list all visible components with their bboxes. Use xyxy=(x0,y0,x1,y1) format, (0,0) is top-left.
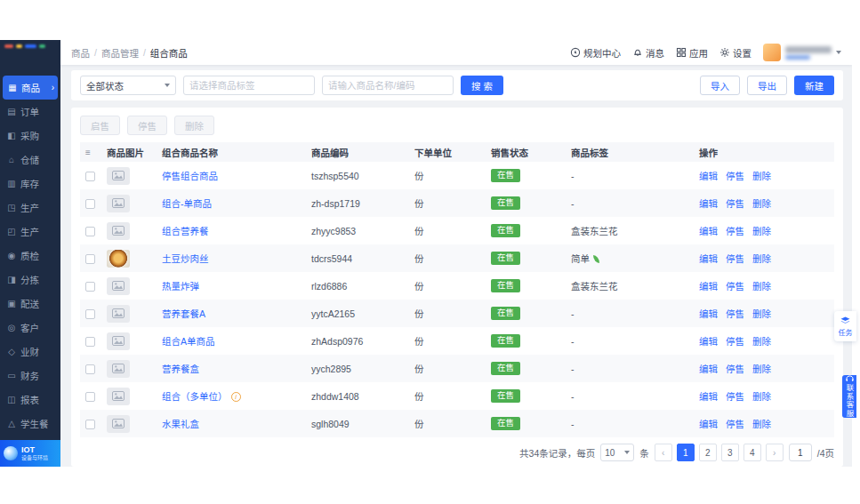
row-action-edit[interactable]: 编辑 xyxy=(699,226,718,236)
row-action-delete[interactable]: 删除 xyxy=(752,336,771,347)
row-action-delete[interactable]: 删除 xyxy=(752,226,771,236)
user-menu[interactable] xyxy=(763,44,841,61)
sidebar-item-production[interactable]: ◳生产 xyxy=(0,196,60,220)
product-name-link[interactable]: 热量炸弹 xyxy=(162,281,199,292)
product-name-link[interactable]: 组合（多单位） xyxy=(162,391,228,402)
planning-center-button[interactable]: 规划中心 xyxy=(570,46,621,60)
table-row: 组合A单商品zhAdsp0976份在售-编辑停售删除 xyxy=(80,327,834,355)
row-checkbox[interactable] xyxy=(85,364,95,374)
product-name-link[interactable]: 营养套餐A xyxy=(162,308,205,319)
contact-support-button[interactable]: 联系客服 xyxy=(842,375,856,418)
breadcrumb-item[interactable]: 组合商品 xyxy=(150,46,188,60)
pagination-page-2[interactable]: 2 xyxy=(699,444,717,461)
row-action-delete[interactable]: 删除 xyxy=(752,419,771,429)
row-checkbox[interactable] xyxy=(85,420,95,429)
row-checkbox[interactable] xyxy=(85,392,95,402)
sidebar-item-warehouse[interactable]: ⌂仓储 xyxy=(0,148,60,172)
export-button[interactable]: 导出 xyxy=(747,76,787,95)
sidebar-item-inventory[interactable]: ▥库存 xyxy=(0,172,60,196)
sidebar-item-production-2[interactable]: ◰生产 xyxy=(0,220,60,244)
row-checkbox[interactable] xyxy=(85,172,95,181)
pagination-page-4[interactable]: 4 xyxy=(743,444,761,461)
product-name-link[interactable]: 组合营养餐 xyxy=(162,226,209,236)
row-action-edit[interactable]: 编辑 xyxy=(699,308,718,319)
search-button[interactable]: 搜 索 xyxy=(461,76,503,95)
pagination-page-1[interactable]: 1 xyxy=(677,444,695,461)
sidebar-item-finance[interactable]: ▭财务 xyxy=(0,364,60,388)
sidebar-item-business-finance[interactable]: ◇业财 xyxy=(0,340,60,364)
keyword-search-input[interactable] xyxy=(322,76,454,95)
user-name-blur xyxy=(785,46,832,53)
sidebar-item-sorting[interactable]: ◨分拣 xyxy=(0,268,60,292)
row-action-edit[interactable]: 编辑 xyxy=(699,419,718,429)
row-checkbox[interactable] xyxy=(85,337,95,347)
table-settings-icon[interactable]: ≡ xyxy=(85,148,91,157)
sidebar-item-reports[interactable]: ◫报表 xyxy=(0,388,60,412)
row-action-stop-sale[interactable]: 停售 xyxy=(726,364,744,374)
sidebar-item-orders[interactable]: ▤订单 xyxy=(0,100,60,124)
row-action-stop-sale[interactable]: 停售 xyxy=(726,281,744,292)
row-checkbox[interactable] xyxy=(85,309,95,319)
bulk-stop-sale-button[interactable]: 停售 xyxy=(127,116,167,135)
row-checkbox[interactable] xyxy=(85,199,95,209)
logo-mark-green xyxy=(39,44,45,48)
row-action-stop-sale[interactable]: 停售 xyxy=(726,226,744,236)
row-action-delete[interactable]: 删除 xyxy=(752,391,771,402)
settings-button[interactable]: 设置 xyxy=(719,46,751,60)
sidebar-item-goods[interactable]: ▦商品› xyxy=(3,76,58,100)
messages-button[interactable]: 消息 xyxy=(632,46,664,60)
row-action-edit[interactable]: 编辑 xyxy=(699,336,718,347)
page-size-select[interactable]: 10 xyxy=(600,444,634,461)
cell-status: 在售 xyxy=(486,382,566,410)
sidebar-item-delivery[interactable]: ▣配送 xyxy=(0,292,60,316)
row-action-stop-sale[interactable]: 停售 xyxy=(726,253,744,264)
row-action-delete[interactable]: 删除 xyxy=(752,308,771,319)
product-name-link[interactable]: 水果礼盒 xyxy=(162,419,199,429)
row-action-delete[interactable]: 删除 xyxy=(752,171,771,181)
sidebar-item-quality[interactable]: ◉质检 xyxy=(0,244,60,268)
row-action-edit[interactable]: 编辑 xyxy=(699,281,718,292)
breadcrumb-item[interactable]: 商品管理 xyxy=(101,46,139,60)
row-action-delete[interactable]: 删除 xyxy=(752,198,771,209)
status-select[interactable]: 全部状态 xyxy=(80,76,176,95)
sidebar-item-purchase[interactable]: ◧采购 xyxy=(0,124,60,148)
row-action-stop-sale[interactable]: 停售 xyxy=(726,308,744,319)
row-action-delete[interactable]: 删除 xyxy=(752,253,771,264)
row-action-stop-sale[interactable]: 停售 xyxy=(726,336,744,347)
breadcrumb-item[interactable]: 商品 xyxy=(71,46,90,60)
row-action-stop-sale[interactable]: 停售 xyxy=(726,391,744,402)
bulk-enable-sale-button[interactable]: 启售 xyxy=(80,116,120,135)
pagination-page-3[interactable]: 3 xyxy=(721,444,739,461)
pagination-next-button[interactable]: › xyxy=(766,444,784,461)
layers-icon xyxy=(840,316,850,325)
tag-filter-input[interactable] xyxy=(183,76,315,95)
product-name-link[interactable]: 停售组合商品 xyxy=(162,171,218,181)
row-action-stop-sale[interactable]: 停售 xyxy=(726,171,744,181)
row-action-edit[interactable]: 编辑 xyxy=(699,391,718,402)
product-name-link[interactable]: 营养餐盒 xyxy=(162,364,199,374)
row-checkbox[interactable] xyxy=(85,282,95,292)
row-action-stop-sale[interactable]: 停售 xyxy=(726,198,744,209)
row-action-delete[interactable]: 删除 xyxy=(752,364,771,374)
row-checkbox[interactable] xyxy=(85,254,95,264)
product-name-link[interactable]: 组合-单商品 xyxy=(162,198,212,209)
row-checkbox[interactable] xyxy=(85,227,95,236)
sidebar-item-student-meal[interactable]: △学生餐 xyxy=(0,412,60,436)
row-action-stop-sale[interactable]: 停售 xyxy=(726,419,744,429)
create-button[interactable]: 新建 xyxy=(794,76,834,95)
row-action-edit[interactable]: 编辑 xyxy=(699,171,718,181)
row-action-edit[interactable]: 编辑 xyxy=(699,198,718,209)
task-panel-button[interactable]: 任务 xyxy=(834,311,856,341)
apps-button[interactable]: 应用 xyxy=(676,46,708,60)
product-name-link[interactable]: 组合A单商品 xyxy=(162,336,215,347)
row-action-delete[interactable]: 删除 xyxy=(752,281,771,292)
product-name-link[interactable]: 土豆炒肉丝 xyxy=(162,253,209,264)
row-action-edit[interactable]: 编辑 xyxy=(699,253,718,264)
pagination-prev-button[interactable]: ‹ xyxy=(655,444,672,461)
table-row: 组合（多单位）izhddw1408份在售-编辑停售删除 xyxy=(80,382,834,410)
bulk-delete-button[interactable]: 删除 xyxy=(174,116,214,135)
page-jump-input[interactable] xyxy=(789,444,812,461)
row-action-edit[interactable]: 编辑 xyxy=(699,364,718,374)
sidebar-item-customer[interactable]: ◎客户 xyxy=(0,316,60,340)
import-button[interactable]: 导入 xyxy=(700,76,740,95)
